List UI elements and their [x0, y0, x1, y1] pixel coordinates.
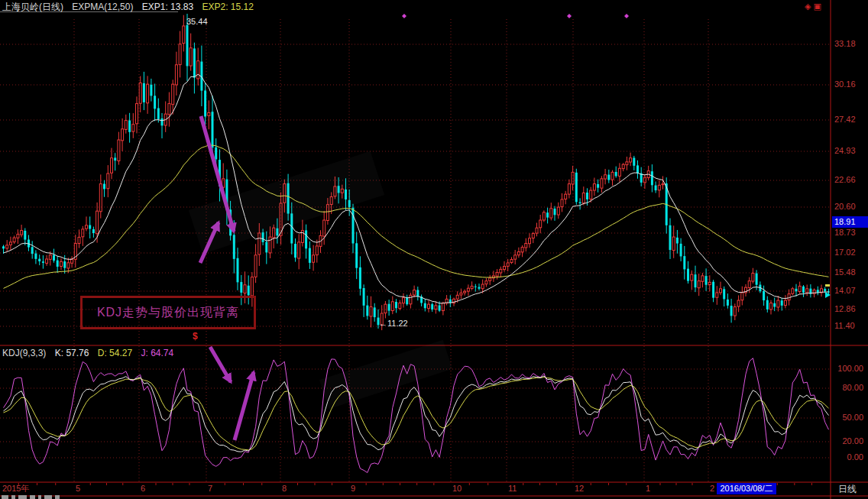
price-axis-label: 33.18	[834, 39, 856, 48]
month-axis-label: 7	[208, 484, 212, 493]
exp2-value-label: EXP2: 15.12	[202, 2, 253, 12]
exp2-line	[4, 145, 829, 288]
month-axis-label: 2	[710, 484, 714, 493]
high-price-marker: 35.44	[186, 17, 208, 26]
price-axis-label: 20.60	[834, 202, 856, 211]
event-marker-icon	[624, 14, 629, 18]
month-axis-label: 12	[575, 484, 584, 493]
price-axis-label: 15.48	[834, 267, 856, 277]
candles-layer	[2, 14, 830, 330]
price-axis-label: 18.73	[834, 228, 856, 237]
kdj-rise-arrow	[235, 372, 254, 440]
stock-title: 上海贝岭(日线)	[2, 2, 63, 12]
kdj-header: KDJ(9,3,3) K: 57.76 D: 54.27 J: 64.74	[2, 348, 180, 358]
exp1-value-label: EXP1: 13.83	[142, 2, 193, 12]
low-price-marker: ←11.22	[379, 319, 408, 328]
month-axis-label: 9	[351, 484, 355, 493]
price-axis-label: 24.93	[834, 146, 856, 155]
exp1-line	[4, 74, 829, 303]
trading-app-window: 33.1830.1627.4224.9322.6620.6018.7317.02…	[0, 0, 868, 499]
indicator-lines-layer	[4, 74, 829, 472]
kdj-axis-label: 80.00	[842, 383, 863, 392]
month-axis-label: 2015年	[2, 484, 29, 493]
month-axis-label: 8	[282, 484, 287, 493]
period-label[interactable]: 日线	[838, 483, 857, 496]
chart-header: 上海贝岭(日线) EXPMA(12,50) EXP1: 13.83 EXP2: …	[2, 1, 260, 14]
divergence-annotation: KDJ走势与股价出现背离	[80, 296, 256, 329]
cropped-toolbar-text	[2, 495, 60, 499]
price-axis-label: 27.42	[834, 115, 856, 124]
date-highlight: 2016/03/08/二	[717, 483, 776, 494]
kdj-axis-label: 100.00	[837, 364, 863, 373]
price-axis-label: 30.16	[834, 79, 856, 89]
month-axis-label: 11	[508, 484, 517, 493]
kdj-indicator-label: KDJ(9,3,3)	[2, 348, 46, 358]
price-axis-label: 12.86	[834, 304, 856, 313]
kdj-d-value: D: 54.27	[98, 348, 132, 358]
event-marker-icon	[567, 14, 572, 18]
cursor-price-highlight: 18.91	[832, 216, 868, 228]
window-icon[interactable]: ▣	[813, 2, 823, 11]
month-axis-label: 5	[76, 484, 80, 493]
price-axis-label: 14.07	[834, 286, 856, 295]
pattern-icon[interactable]: ◈	[805, 2, 813, 11]
price-axis-label: 22.66	[834, 175, 856, 184]
annotations-layer	[200, 14, 831, 440]
month-axis-label: 6	[141, 484, 145, 493]
gridlines-layer	[0, 19, 831, 481]
kdj-j-value: J: 64.74	[141, 348, 173, 358]
month-axis-label: 1	[646, 484, 650, 493]
dollar-marker: $	[193, 331, 198, 342]
price-axis-label: 11.40	[834, 321, 855, 330]
kdj-fall-arrow	[210, 347, 231, 382]
indicator-label: EXPMA(12,50)	[72, 2, 133, 12]
exp2-axis-tick	[825, 284, 830, 287]
event-marker-icon	[402, 14, 406, 18]
price-chart-canvas: 33.1830.1627.4224.9322.6620.6018.7317.02…	[0, 0, 868, 499]
window-controls: ◈▣	[805, 2, 824, 11]
kdj-axis-label: 0.00	[847, 452, 863, 462]
month-axis-label: 10	[452, 484, 462, 493]
kdj-axis-label: 20.00	[842, 436, 863, 446]
last-price-arrow-icon	[825, 292, 831, 298]
kdj-k-value: K: 57.76	[55, 348, 89, 358]
kdj-k-line	[4, 376, 829, 452]
kdj-axis-label: 50.00	[842, 413, 863, 422]
price-axis-label: 17.02	[834, 248, 856, 257]
